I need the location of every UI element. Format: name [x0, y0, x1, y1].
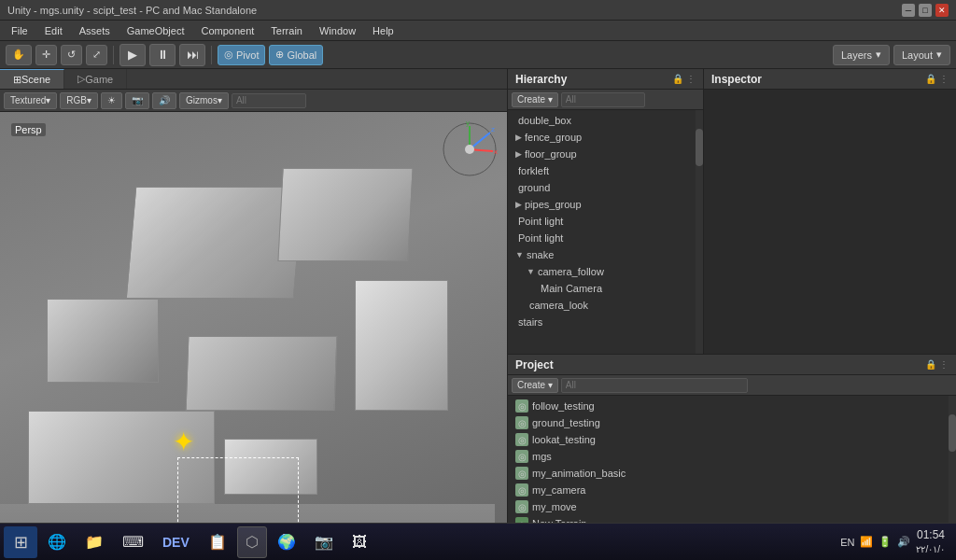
inspector-title: Inspector [711, 73, 762, 86]
audio-icon-btn[interactable]: 🔊 [152, 92, 176, 109]
pivot-icon: ◎ [224, 49, 233, 61]
project-item[interactable]: ◎my_animation_basic [508, 465, 956, 482]
hierarchy-item-label: Point light [518, 232, 563, 244]
step-button[interactable]: ⏭ [179, 44, 205, 66]
game-tab-icon: ▷ [77, 73, 85, 85]
image-button[interactable]: 🖼 [344, 526, 375, 558]
files-icon: 📋 [208, 533, 227, 551]
hierarchy-lock-icon[interactable]: 🔒 [672, 74, 683, 84]
arrow-icon: ▼ [515, 250, 524, 259]
hierarchy-scrollbar-thumb[interactable] [696, 129, 703, 166]
hierarchy-item[interactable]: ▶floor_group [508, 146, 703, 162]
hierarchy-item-label: camera_follow [538, 266, 604, 277]
menu-gameobject[interactable]: GameObject [120, 23, 192, 38]
hierarchy-item[interactable]: forkleft [508, 162, 703, 179]
scene-viewport[interactable]: ✦ Persp z x y [0, 112, 507, 560]
project-item-icon: ◎ [515, 483, 528, 497]
dev-icon: DEV [162, 535, 190, 550]
menubar: File Edit Assets GameObject Component Te… [0, 21, 956, 41]
close-button[interactable]: ✕ [935, 4, 949, 17]
menu-edit[interactable]: Edit [37, 23, 70, 38]
scale-tool[interactable]: ⤢ [86, 45, 107, 65]
menu-component[interactable]: Component [193, 23, 261, 38]
scene-tab-icon: ⊞ [13, 74, 21, 86]
shading-dropdown[interactable]: Textured ▾ [4, 92, 57, 109]
menu-assets[interactable]: Assets [72, 23, 118, 38]
files-button[interactable]: 📋 [200, 526, 235, 558]
layout-dropdown[interactable]: Layout ▾ [893, 45, 950, 65]
start-button[interactable]: ⊞ [4, 526, 37, 558]
global-button[interactable]: ⊕ Global [269, 45, 323, 65]
menu-window[interactable]: Window [312, 23, 363, 38]
gizmos-dropdown[interactable]: Gizmos ▾ [179, 92, 229, 109]
hierarchy-item[interactable]: stairs [508, 314, 703, 330]
move-tool[interactable]: ✛ [35, 45, 57, 65]
hierarchy-item[interactable]: ▶pipes_group [508, 196, 703, 213]
play-button[interactable]: ▶ [120, 44, 146, 66]
maximize-button[interactable]: □ [919, 4, 932, 17]
hierarchy-item[interactable]: Point light [508, 230, 703, 246]
project-search[interactable] [561, 378, 748, 393]
top-panels: Hierarchy 🔒 ⋮ Create ▾ double_box▶fence_… [508, 69, 956, 355]
project-item[interactable]: ◎my_camera [508, 482, 956, 498]
unity-button[interactable]: ⬡ [237, 526, 267, 558]
pivot-button[interactable]: ◎ Pivot [218, 45, 265, 65]
sun-icon-btn[interactable]: ☀ [101, 92, 122, 109]
hierarchy-item[interactable]: ▼snake [508, 246, 703, 263]
inspector-menu-icon[interactable]: ⋮ [939, 74, 949, 84]
point-light-icon: ✦ [173, 427, 194, 457]
hierarchy-item[interactable]: ▶fence_group [508, 129, 703, 146]
hierarchy-item[interactable]: Main Camera [508, 280, 703, 297]
scene-tabs: ⊞ Scene ▷ Game [0, 69, 507, 90]
layers-dropdown[interactable]: Layers ▾ [833, 45, 890, 65]
minimize-button[interactable]: ─ [902, 4, 915, 17]
menu-terrain[interactable]: Terrain [263, 23, 310, 38]
media-icon: 📷 [315, 533, 333, 551]
tab-scene[interactable]: ⊞ Scene [0, 69, 64, 89]
hierarchy-item-label: forkleft [518, 165, 549, 176]
menu-help[interactable]: Help [365, 23, 401, 38]
hierarchy-header-controls: 🔒 ⋮ [672, 74, 696, 84]
project-create-button[interactable]: Create ▾ [512, 378, 558, 393]
project-scrollbar-thumb[interactable] [949, 414, 956, 452]
project-item[interactable]: ◎mgs [508, 448, 956, 465]
ie-button[interactable]: 🌐 [39, 526, 75, 558]
axis-indicator: z x y [442, 121, 498, 177]
project-lock-icon[interactable]: 🔒 [925, 359, 936, 370]
hierarchy-list[interactable]: double_box▶fence_group▶floor_groupforkle… [508, 110, 703, 354]
hierarchy-item-label: ground [518, 182, 550, 193]
media-button[interactable]: 📷 [306, 526, 342, 558]
project-item[interactable]: ◎lookat_testing [508, 431, 956, 448]
dev-button[interactable]: DEV [154, 526, 198, 558]
scene-search[interactable] [232, 93, 306, 108]
arrow-icon: ▶ [515, 133, 522, 142]
project-item[interactable]: ◎follow_testing [508, 398, 956, 414]
hierarchy-item[interactable]: camera_look [508, 297, 703, 314]
project-header-controls: 🔒 ⋮ [925, 359, 949, 370]
hierarchy-item[interactable]: Point light [508, 213, 703, 230]
tab-game[interactable]: ▷ Game [64, 69, 127, 89]
folder-button[interactable]: 📁 [77, 526, 112, 558]
hierarchy-search[interactable] [561, 92, 645, 107]
rotate-tool[interactable]: ↺ [61, 45, 82, 65]
menu-file[interactable]: File [4, 23, 35, 38]
hierarchy-item[interactable]: ▼camera_follow [508, 263, 703, 280]
inspector-lock-icon[interactable]: 🔒 [925, 74, 936, 84]
hierarchy-scrollbar[interactable] [696, 110, 703, 354]
project-item[interactable]: ◎my_move [508, 498, 956, 515]
hierarchy-item[interactable]: double_box [508, 112, 703, 129]
project-item[interactable]: ◎ground_testing [508, 414, 956, 431]
titlebar: Unity - mgs.unity - scipt_test - PC and … [0, 0, 956, 21]
camera-icon-btn[interactable]: 📷 [125, 92, 149, 109]
hierarchy-menu-icon[interactable]: ⋮ [686, 74, 696, 84]
window-controls: ─ □ ✕ [902, 4, 949, 17]
project-menu-icon[interactable]: ⋮ [939, 359, 949, 370]
battery-icon: 🔋 [879, 536, 892, 548]
hierarchy-item[interactable]: ground [508, 179, 703, 196]
hierarchy-create-button[interactable]: Create ▾ [512, 92, 558, 107]
keyboard-button[interactable]: ⌨ [114, 526, 152, 558]
pause-button[interactable]: ⏸ [149, 44, 176, 66]
colorspace-dropdown[interactable]: RGB ▾ [60, 92, 98, 109]
globe-button[interactable]: 🌍 [269, 526, 304, 558]
hand-tool[interactable]: ✋ [6, 45, 32, 65]
